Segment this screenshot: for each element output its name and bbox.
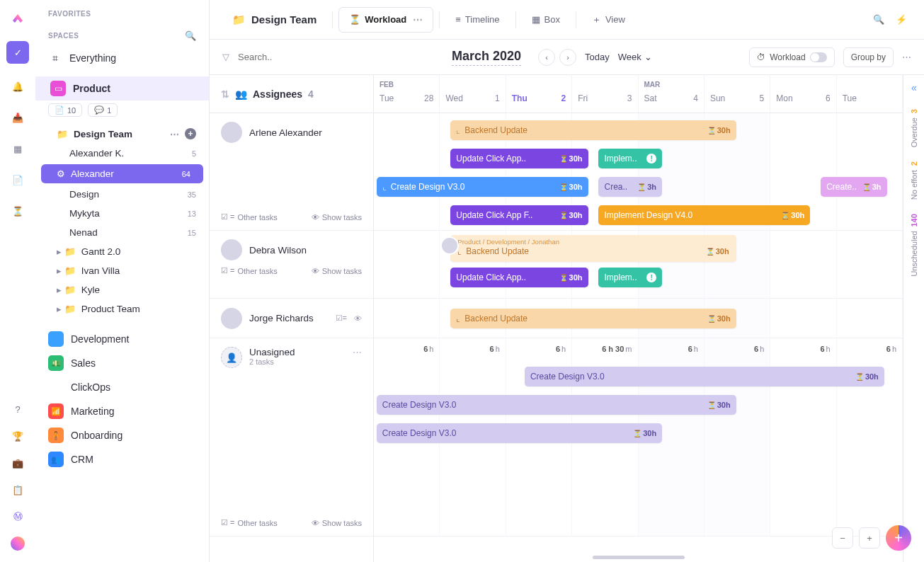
calendar-grid[interactable]: FEBTue28Wed1Thu2Fri3MARSat4Sun5Mon6Tue ⌞…: [374, 75, 903, 562]
add-view-button[interactable]: ＋ View: [582, 7, 635, 33]
task-bar[interactable]: Update Click App..30h: [450, 268, 588, 287]
overdue-tab[interactable]: Overdue3: [910, 109, 918, 147]
briefcase-icon[interactable]: 💼: [9, 454, 26, 471]
tab-box[interactable]: ▦ Box: [522, 7, 570, 33]
other-tasks[interactable]: ☑ = Other tasks: [221, 212, 278, 222]
task-bar[interactable]: Implem..!: [598, 149, 662, 168]
task-bar[interactable]: Create Design V3.030h: [377, 395, 736, 415]
day-col-tue-28: FEBTue28: [374, 75, 440, 113]
toolbar-more-icon[interactable]: ⋯: [902, 52, 911, 62]
folder-icon: 📁: [57, 129, 68, 139]
tab-workload[interactable]: ⏳ Workload ⋯: [338, 7, 433, 33]
time-icon[interactable]: ⏳: [9, 202, 26, 219]
assignees-header: ⇅ 👥 Assignees 4: [210, 75, 373, 113]
apps-icon[interactable]: ▦: [9, 140, 26, 157]
task-bar[interactable]: ⌞Backend Update30h: [450, 309, 736, 328]
sidebar-space-development[interactable]: Development: [35, 327, 209, 351]
hour-cell: 6 h: [374, 338, 440, 360]
folder-add-icon[interactable]: +: [185, 128, 196, 139]
workload-icon: ⏳: [349, 14, 360, 25]
task-bar[interactable]: ⌞Backend Update30h: [450, 120, 736, 140]
sidebar-item-design[interactable]: Design35: [35, 185, 209, 204]
day-col-tue-: Tue: [837, 75, 903, 113]
folder-more-icon[interactable]: ⋯: [170, 129, 179, 139]
mini-tasks-icon[interactable]: ☑=: [336, 314, 347, 323]
chip-docs[interactable]: 📄10: [48, 103, 82, 117]
noeffort-tab[interactable]: No effort2: [910, 161, 918, 200]
app-logo[interactable]: [9, 10, 26, 27]
sort-icon[interactable]: ⇅: [221, 88, 229, 100]
sidebar-space-crm[interactable]: 👥CRM: [35, 447, 209, 471]
clock-icon: [637, 183, 646, 191]
task-bar[interactable]: Product / Development / Jonathan⌞Backend…: [450, 235, 736, 262]
task-bar[interactable]: Create Design V3.030h: [377, 423, 662, 443]
show-tasks-toggle[interactable]: 👁 Show tasks: [312, 519, 362, 527]
task-search[interactable]: [238, 52, 323, 62]
sidebar-folder-ivan-villa[interactable]: ▸ 📁Ivan Villa: [35, 261, 209, 280]
sidebar-design-team-folder[interactable]: 📁 Design Team ⋯ +: [35, 124, 209, 144]
sidebar-space-clickops[interactable]: ◎ClickOps: [35, 375, 209, 399]
task-bar[interactable]: ⌞Create Design V3.030h: [377, 177, 588, 197]
sidebar-folder-gantt-2-0[interactable]: ▸ 📁Gantt 2.0: [35, 242, 209, 261]
task-bar[interactable]: Update Click App F..30h: [450, 205, 588, 225]
today-button[interactable]: Today: [585, 52, 610, 62]
task-bar[interactable]: Create..3h: [821, 177, 886, 197]
clickup-icon[interactable]: [9, 535, 26, 552]
group-by-button[interactable]: Group by: [843, 47, 894, 67]
filter-icon[interactable]: ▽: [222, 52, 229, 62]
sidebar-everything[interactable]: ⌗ Everything: [35, 47, 209, 69]
task-bar[interactable]: Create Design V3.030h: [525, 367, 884, 386]
search-input[interactable]: [238, 52, 323, 62]
task-bar[interactable]: Implem..!: [598, 268, 662, 287]
clock-icon: [707, 314, 716, 323]
show-tasks-toggle[interactable]: 👁 Show tasks: [312, 267, 362, 275]
horizontal-scrollbar[interactable]: [593, 556, 685, 559]
range-select[interactable]: Week⌄: [618, 52, 652, 62]
other-tasks[interactable]: ☑ = Other tasks: [221, 518, 278, 527]
doc-icon[interactable]: 📄: [9, 171, 26, 188]
task-bar[interactable]: Update Click App..30h: [450, 149, 588, 168]
breadcrumb[interactable]: 📁 Design Team: [222, 13, 326, 26]
sidebar-item-mykyta[interactable]: Mykyta13: [35, 204, 209, 223]
sidebar-space-onboarding[interactable]: 🧍Onboarding: [35, 423, 209, 447]
tasks-icon[interactable]: ✓: [6, 41, 29, 64]
unassigned-more-icon[interactable]: ⋯: [353, 347, 362, 357]
show-tasks-toggle[interactable]: 👁 Show tasks: [312, 213, 362, 222]
user-badge-icon[interactable]: Ⓜ: [9, 508, 26, 525]
sidebar-space-marketing[interactable]: 📶Marketing: [35, 399, 209, 423]
clipboard-icon[interactable]: 📋: [9, 481, 26, 498]
chip-comments[interactable]: 💬1: [88, 103, 118, 117]
task-bar[interactable]: Implement Design V4.030h: [598, 205, 810, 225]
toggle-switch[interactable]: [810, 52, 827, 62]
tab-more-icon[interactable]: ⋯: [413, 14, 423, 25]
sidebar-space-sales[interactable]: 💵Sales: [35, 351, 209, 375]
task-bar[interactable]: Crea..3h: [598, 177, 662, 197]
period-label[interactable]: March 2020: [452, 49, 521, 66]
sidebar-folder-product-team[interactable]: ▸ 📁Product Team: [35, 299, 209, 319]
mini-eye-icon[interactable]: 👁: [354, 314, 362, 323]
assignee-debra: Debra Wilson ☑ = Other tasks 👁 Show task…: [210, 231, 373, 299]
tab-timeline[interactable]: ≡ Timeline: [445, 7, 509, 33]
row-jorge: ⌞Backend Update30h: [374, 299, 903, 338]
prev-period-button[interactable]: ‹: [538, 49, 555, 66]
sidebar-product-space[interactable]: ▭ Product: [35, 76, 209, 101]
sidebar-item-alexander[interactable]: ⚙ Alexander64: [41, 164, 203, 183]
inbox-icon[interactable]: 📥: [9, 109, 26, 126]
sidebar-item-nenad[interactable]: Nenad15: [35, 223, 209, 242]
zoom-in-button[interactable]: +: [859, 527, 880, 549]
collapse-icon[interactable]: »: [911, 84, 917, 95]
search-icon[interactable]: 🔍: [869, 10, 889, 30]
sidebar-item-alexander-k-[interactable]: Alexander K.5: [35, 144, 209, 163]
notifications-icon[interactable]: 🔔: [9, 78, 26, 95]
help-icon[interactable]: ?: [9, 401, 26, 418]
other-tasks[interactable]: ☑ = Other tasks: [221, 266, 278, 275]
zoom-out-button[interactable]: −: [832, 527, 853, 549]
sidebar-folder-kyle[interactable]: ▸ 📁Kyle: [35, 280, 209, 299]
bolt-icon[interactable]: ⚡: [891, 10, 911, 30]
unscheduled-tab[interactable]: Unscheduled140: [910, 214, 918, 277]
spaces-search-icon[interactable]: 🔍: [185, 30, 196, 41]
workload-toggle[interactable]: ⏱ Workload: [749, 47, 834, 67]
next-period-button[interactable]: ›: [559, 49, 576, 66]
trophy-icon[interactable]: 🏆: [9, 428, 26, 445]
create-task-fab[interactable]: +: [886, 525, 911, 551]
